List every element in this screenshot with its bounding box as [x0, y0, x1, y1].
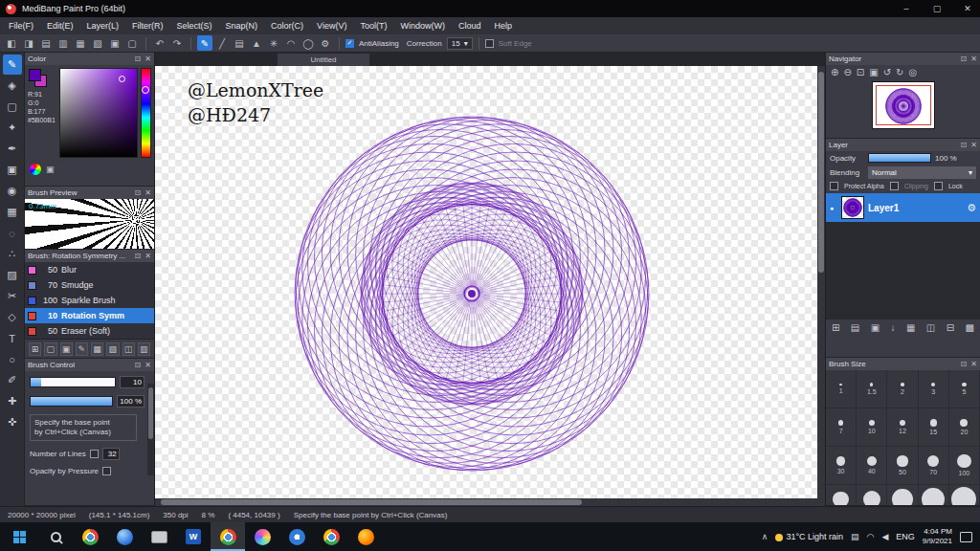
redo-icon[interactable]: ↷	[169, 35, 185, 51]
palette-icon[interactable]: ▣	[46, 165, 55, 174]
brush-size-option[interactable]: 50	[887, 447, 918, 485]
gradient-tool[interactable]: ▦	[3, 202, 22, 222]
hand-tool[interactable]: ✜	[3, 412, 22, 432]
magic-wand-tool[interactable]: ✦	[3, 118, 22, 138]
brush-size-option[interactable]: 15	[919, 408, 949, 447]
layer-mask-icon[interactable]: ◫	[926, 322, 935, 333]
divide-tool[interactable]: ✚	[3, 391, 22, 411]
taskbar-app-firefox[interactable]	[348, 522, 383, 551]
panel-toggle-icon[interactable]: ◨	[21, 35, 36, 51]
layer-more-icon[interactable]: ▩	[966, 322, 974, 333]
color-swatches[interactable]	[28, 68, 56, 90]
hue-marker[interactable]	[142, 86, 149, 94]
taskbar-app-medibang[interactable]	[245, 522, 279, 551]
panel-popout-icon[interactable]: ⊡	[135, 188, 142, 197]
document-tab[interactable]: Untitled	[278, 54, 369, 66]
menu-filter[interactable]: Filter(R)	[125, 21, 170, 31]
hidden-icons-chevron[interactable]: ∧	[762, 532, 768, 541]
reset-view-icon[interactable]: ◎	[908, 67, 917, 77]
line-mode-icon[interactable]: ╱	[214, 35, 230, 51]
brush-size-option[interactable]: 5	[949, 370, 980, 408]
correction-dropdown[interactable]: 15 ▾	[447, 37, 473, 50]
weather-widget[interactable]: 31°C Light rain	[775, 532, 843, 541]
taskbar-app-chrome[interactable]	[73, 522, 107, 551]
zoom-tool[interactable]: ○	[3, 349, 22, 369]
brush-size-option[interactable]: 300	[887, 485, 918, 506]
lock-checkbox[interactable]	[934, 182, 943, 190]
panel-close-icon[interactable]: ✕	[145, 55, 151, 63]
duplicate-layer-icon[interactable]: ▤	[851, 322, 859, 333]
panel-popout-icon[interactable]: ⊡	[135, 361, 142, 369]
brush-size-option[interactable]: 200	[857, 485, 887, 506]
blending-dropdown[interactable]: Normal ▾	[868, 166, 976, 179]
taskbar-app-word[interactable]: W	[176, 522, 211, 551]
taskbar-clock[interactable]: 4:04 PM 9/9/2021	[923, 527, 952, 546]
panel-close-icon[interactable]: ✕	[970, 141, 977, 149]
brush-item-selected[interactable]: 10 Rotation Symm	[25, 308, 154, 323]
lasso-tool[interactable]: ◇	[3, 307, 22, 327]
panel-toggle-icon[interactable]: ◧	[4, 35, 19, 51]
panel-close-icon[interactable]: ✕	[145, 252, 151, 260]
text-tool[interactable]: T	[3, 328, 22, 348]
fill-rect-tool[interactable]: ▣	[3, 160, 22, 180]
menu-layer[interactable]: Layer(L)	[80, 21, 126, 31]
primary-color-swatch[interactable]	[29, 69, 41, 81]
eraser-tool[interactable]: ◈	[3, 76, 22, 96]
scissors-tool[interactable]: ✂	[3, 286, 22, 306]
brush-size-option[interactable]: 30	[826, 447, 857, 485]
layer-fx-icon[interactable]: ▣	[871, 322, 880, 333]
canvas-horizontal-scrollbar[interactable]	[155, 498, 817, 506]
settings-gear-icon[interactable]: ⚙	[318, 35, 333, 51]
panel-popout-icon[interactable]: ⊡	[961, 55, 968, 63]
panel-toggle-icon[interactable]: ▦	[73, 35, 88, 51]
menu-view[interactable]: View(V)	[310, 21, 353, 31]
brush-size-option[interactable]: 3	[919, 370, 949, 408]
brush-folder-icon[interactable]: ▦	[91, 342, 103, 356]
rotate-left-icon[interactable]: ↺	[883, 67, 891, 77]
panel-toggle-icon[interactable]: ▢	[124, 35, 140, 51]
brush-item[interactable]: 50 Blur	[25, 262, 154, 277]
fit-view-icon[interactable]: ⊡	[857, 67, 864, 77]
layer-visibility-icon[interactable]: ●	[830, 205, 837, 211]
symmetry-icon[interactable]: ✳	[266, 35, 281, 51]
notification-center-icon[interactable]	[960, 532, 972, 542]
panel-toggle-icon[interactable]: ▤	[38, 35, 54, 51]
brush-opacity-slider[interactable]	[30, 396, 113, 407]
canvas-vertical-scrollbar[interactable]	[817, 66, 825, 498]
brush-tool[interactable]: ✎	[3, 55, 22, 75]
maximize-button[interactable]: ▢	[924, 0, 949, 17]
panel-popout-icon[interactable]: ⊡	[135, 252, 142, 260]
menu-file[interactable]: File(F)	[2, 21, 40, 31]
panel-close-icon[interactable]: ✕	[145, 188, 151, 197]
add-layer-icon[interactable]: ⊞	[832, 322, 839, 333]
layer-row-selected[interactable]: ● Layer1 ⚙	[826, 193, 980, 222]
saturation-value-picker[interactable]	[59, 68, 138, 158]
brush-size-option[interactable]: 7	[826, 408, 857, 447]
brush-cloud-icon[interactable]: ◫	[122, 342, 135, 356]
taskbar-app-edge[interactable]	[107, 522, 142, 551]
sv-marker[interactable]	[119, 76, 125, 82]
menu-color[interactable]: Color(C)	[264, 21, 310, 31]
merge-down-icon[interactable]: ↓	[891, 322, 896, 333]
panel-popout-icon[interactable]: ⊡	[135, 55, 142, 63]
brush-size-option[interactable]: 400	[919, 485, 949, 506]
menu-cloud[interactable]: Cloud	[452, 21, 488, 31]
panel-popout-icon[interactable]: ⊡	[961, 141, 968, 149]
undo-icon[interactable]: ↶	[152, 35, 167, 51]
circle-icon[interactable]: ◯	[301, 35, 316, 51]
volume-icon[interactable]: ◀	[881, 532, 888, 541]
panel-close-icon[interactable]: ✕	[970, 55, 977, 63]
navigator-thumbnail[interactable]	[872, 81, 935, 129]
close-button[interactable]: ✕	[955, 0, 980, 17]
edit-brush-icon[interactable]: ✎	[76, 342, 88, 356]
taskbar-app-active[interactable]	[211, 522, 245, 551]
language-indicator[interactable]: ENG	[896, 532, 915, 541]
minimize-button[interactable]: –	[894, 0, 919, 17]
actual-size-icon[interactable]: ▣	[869, 67, 878, 77]
panel-popout-icon[interactable]: ⊡	[961, 360, 968, 368]
rotate-right-icon[interactable]: ↻	[896, 67, 903, 77]
pen-tool[interactable]: ✒	[3, 139, 22, 159]
pattern-tool[interactable]: ▨	[3, 265, 22, 285]
brush-import-icon[interactable]: ▧	[106, 342, 119, 356]
menu-window[interactable]: Window(W)	[393, 21, 452, 31]
